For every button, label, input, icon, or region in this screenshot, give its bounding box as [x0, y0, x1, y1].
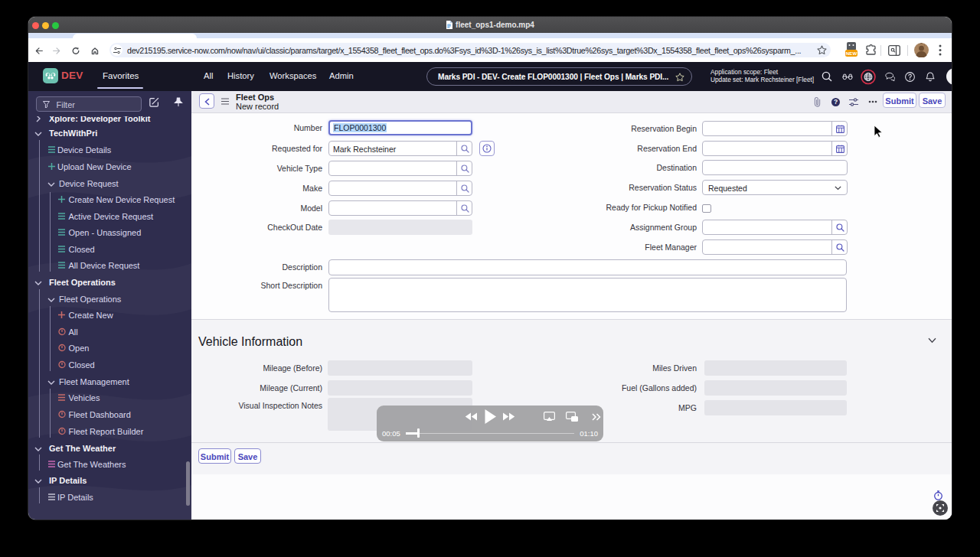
svg-text:NEW: NEW — [846, 50, 858, 56]
